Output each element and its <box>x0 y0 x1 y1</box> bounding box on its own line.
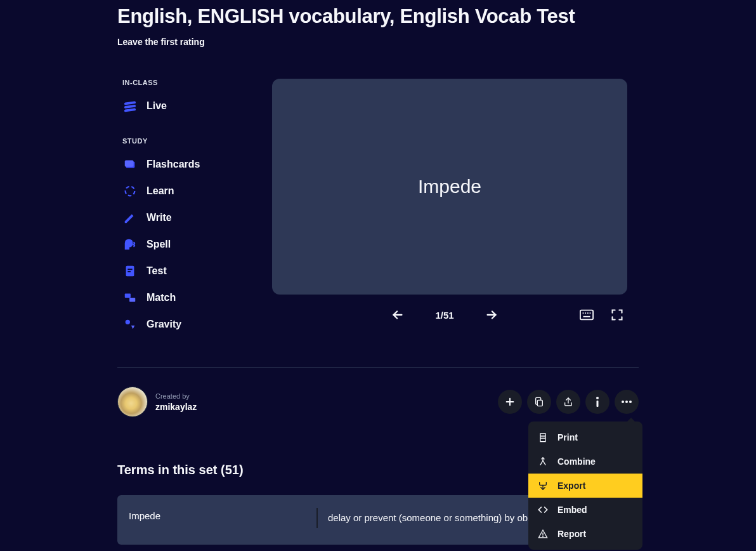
test-icon <box>122 263 138 279</box>
nav-spell[interactable]: Spell <box>122 231 267 258</box>
svg-rect-8 <box>127 271 131 272</box>
dropdown-embed-label: Embed <box>557 505 587 515</box>
svg-point-11 <box>126 320 130 324</box>
svg-rect-4 <box>125 161 134 167</box>
svg-rect-13 <box>580 310 593 320</box>
term-word: Impede <box>129 510 306 526</box>
nav-spell-label: Spell <box>147 239 171 250</box>
flashcard-word: Impede <box>418 176 481 197</box>
svg-rect-1 <box>124 105 136 109</box>
nav-write-label: Write <box>147 212 172 223</box>
card-counter: 1/51 <box>435 310 453 321</box>
info-button[interactable] <box>585 390 609 414</box>
svg-rect-0 <box>124 101 136 105</box>
fullscreen-button[interactable] <box>609 307 625 322</box>
dropdown-combine[interactable]: Combine <box>528 449 642 474</box>
nav-test-label: Test <box>147 265 167 277</box>
section-label-study: STUDY <box>122 137 267 145</box>
author-name: zmikaylaz <box>155 402 197 412</box>
add-button[interactable] <box>498 390 522 414</box>
svg-point-20 <box>596 397 599 399</box>
rating-prompt[interactable]: Leave the first rating <box>117 37 639 47</box>
svg-rect-2 <box>124 108 136 112</box>
nav-live-label: Live <box>147 100 167 112</box>
created-by-label: Created by <box>155 392 197 400</box>
nav-test[interactable]: Test <box>122 258 267 284</box>
svg-rect-7 <box>127 269 132 270</box>
dropdown-report[interactable]: Report <box>528 522 642 546</box>
report-icon <box>537 528 549 540</box>
svg-marker-12 <box>131 326 135 329</box>
combine-icon <box>537 456 549 467</box>
more-button[interactable] <box>615 390 639 414</box>
dropdown-export-label: Export <box>557 481 585 491</box>
more-dropdown: Print Combine Export <box>528 422 642 550</box>
gravity-icon <box>122 317 138 332</box>
nav-match-label: Match <box>147 292 176 303</box>
page-title: English, ENGLISH vocabulary, English Voc… <box>117 5 639 28</box>
dropdown-combine-label: Combine <box>557 456 596 467</box>
dropdown-print-label: Print <box>557 432 578 442</box>
dropdown-print[interactable]: Print <box>528 425 642 449</box>
svg-rect-21 <box>597 401 599 407</box>
nav-live[interactable]: Live <box>122 93 267 119</box>
nav-gravity[interactable]: Gravity <box>122 311 267 338</box>
svg-rect-25 <box>540 438 545 441</box>
flashcard[interactable]: Impede <box>272 79 627 295</box>
dropdown-export[interactable]: Export <box>528 474 642 498</box>
embed-icon <box>537 504 549 515</box>
svg-rect-10 <box>129 298 135 302</box>
keyboard-shortcuts-button[interactable] <box>579 307 594 322</box>
copy-button[interactable] <box>527 390 551 414</box>
svg-rect-9 <box>125 294 131 298</box>
nav-gravity-label: Gravity <box>147 319 181 330</box>
export-icon <box>537 480 549 491</box>
learn-icon <box>122 183 138 199</box>
svg-rect-19 <box>537 400 542 406</box>
section-label-inclass: IN-CLASS <box>122 79 267 86</box>
nav-write[interactable]: Write <box>122 204 267 231</box>
nav-match[interactable]: Match <box>122 284 267 311</box>
nav-flashcards[interactable]: Flashcards <box>122 151 267 178</box>
avatar <box>117 387 148 417</box>
print-icon <box>537 432 549 443</box>
svg-point-23 <box>625 401 628 403</box>
svg-point-24 <box>629 401 632 403</box>
nav-flashcards-label: Flashcards <box>147 159 200 170</box>
study-sidebar: IN-CLASS Live STUDY Flashcards Learn <box>117 79 267 338</box>
nav-learn[interactable]: Learn <box>122 178 267 204</box>
spell-icon <box>122 237 138 252</box>
author-block[interactable]: Created by zmikaylaz <box>117 387 197 417</box>
dropdown-embed[interactable]: Embed <box>528 498 642 522</box>
match-icon <box>122 290 138 305</box>
share-button[interactable] <box>556 390 580 414</box>
nav-learn-label: Learn <box>147 185 174 197</box>
term-separator <box>316 508 318 528</box>
live-icon <box>122 98 138 114</box>
dropdown-report-label: Report <box>557 529 586 539</box>
write-icon <box>122 210 138 225</box>
svg-point-5 <box>126 187 135 196</box>
prev-card-button[interactable] <box>391 308 405 322</box>
flashcards-icon <box>122 157 138 172</box>
svg-point-27 <box>543 536 544 537</box>
svg-point-22 <box>622 401 624 403</box>
next-card-button[interactable] <box>485 308 499 322</box>
